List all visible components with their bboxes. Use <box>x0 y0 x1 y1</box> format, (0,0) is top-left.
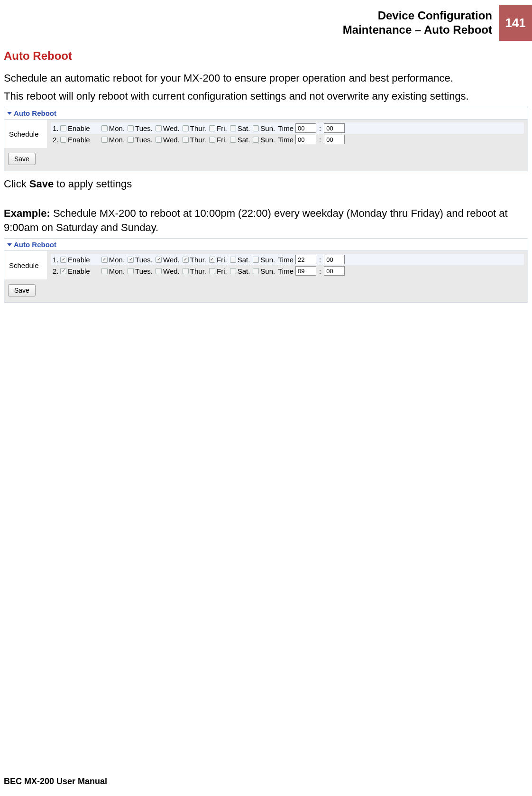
tue-checkbox[interactable] <box>128 257 134 263</box>
fri-label: Fri. <box>217 267 227 275</box>
day-tue: Tues. <box>128 136 153 144</box>
tue-label: Tues. <box>135 256 153 264</box>
sat-checkbox[interactable] <box>230 257 236 263</box>
sat-checkbox[interactable] <box>230 125 236 131</box>
sun-checkbox[interactable] <box>253 268 259 274</box>
day-mon: Mon. <box>101 124 125 132</box>
wed-checkbox[interactable] <box>156 125 162 131</box>
day-wed: Wed. <box>156 267 180 275</box>
sun-label: Sun. <box>260 124 275 132</box>
sun-checkbox[interactable] <box>253 137 259 143</box>
sun-label: Sun. <box>260 267 275 275</box>
fri-checkbox[interactable] <box>209 268 215 274</box>
tue-checkbox[interactable] <box>128 137 134 143</box>
time-colon: : <box>318 124 322 132</box>
day-thu: Thur. <box>183 136 206 144</box>
day-sat: Sat. <box>230 124 250 132</box>
hour-input[interactable] <box>295 266 316 276</box>
header-title: Device Configuration Maintenance – Auto … <box>343 5 499 41</box>
mon-label: Mon. <box>109 267 125 275</box>
hour-input[interactable] <box>295 135 316 144</box>
enable-checkbox[interactable] <box>60 257 66 263</box>
tue-label: Tues. <box>135 267 153 275</box>
row-index: 2. <box>53 136 60 144</box>
wed-checkbox[interactable] <box>156 257 162 263</box>
tue-checkbox[interactable] <box>128 125 134 131</box>
hour-input[interactable] <box>295 123 316 133</box>
mon-checkbox[interactable] <box>101 125 108 131</box>
thu-checkbox[interactable] <box>183 125 189 131</box>
minute-input[interactable] <box>324 135 345 144</box>
save-button[interactable]: Save <box>8 284 36 296</box>
click-save-bold: Save <box>29 178 54 190</box>
thu-checkbox[interactable] <box>183 137 189 143</box>
hour-input[interactable] <box>295 255 316 264</box>
click-save-text: Click Save to apply settings <box>4 177 528 191</box>
enable-checkbox[interactable] <box>60 125 66 131</box>
example-text: Example: Schedule MX-200 to reboot at 10… <box>4 206 528 234</box>
time-group: Time: <box>278 266 345 276</box>
time-label: Time <box>278 267 294 275</box>
day-mon: Mon. <box>101 267 125 275</box>
minute-input[interactable] <box>324 123 345 133</box>
day-sat: Sat. <box>230 136 250 144</box>
enable-checkbox[interactable] <box>60 268 66 274</box>
thu-checkbox[interactable] <box>183 257 189 263</box>
wed-label: Wed. <box>163 136 180 144</box>
day-thu: Thur. <box>183 267 206 275</box>
day-fri: Fri. <box>209 267 227 275</box>
minute-input[interactable] <box>324 266 345 276</box>
wed-label: Wed. <box>163 267 180 275</box>
tue-label: Tues. <box>135 124 153 132</box>
time-group: Time: <box>278 255 345 264</box>
row-index: 2. <box>53 267 60 275</box>
day-sun: Sun. <box>253 256 275 264</box>
schedule-label: Schedule <box>4 251 47 279</box>
time-group: Time: <box>278 135 345 144</box>
sat-checkbox[interactable] <box>230 137 236 143</box>
fri-label: Fri. <box>217 256 227 264</box>
mon-checkbox[interactable] <box>101 268 108 274</box>
fri-checkbox[interactable] <box>209 125 215 131</box>
schedule-row: 1. EnableMon.Tues.Wed.Thur.Fri.Sat.Sun.T… <box>51 254 524 265</box>
day-sun: Sun. <box>253 124 275 132</box>
panel-header[interactable]: Auto Reboot <box>4 107 528 120</box>
enable-label: Enable <box>68 124 90 132</box>
day-fri: Fri. <box>209 124 227 132</box>
sun-checkbox[interactable] <box>253 257 259 263</box>
schedule-label: Schedule <box>4 120 47 148</box>
mon-checkbox[interactable] <box>101 257 108 263</box>
enable-label: Enable <box>68 256 90 264</box>
time-label: Time <box>278 136 294 144</box>
panel-header[interactable]: Auto Reboot <box>4 239 528 251</box>
section-title: Auto Reboot <box>4 49 528 63</box>
day-fri: Fri. <box>209 136 227 144</box>
save-button[interactable]: Save <box>8 153 36 165</box>
fri-checkbox[interactable] <box>209 137 215 143</box>
day-tue: Tues. <box>128 256 153 264</box>
mon-checkbox[interactable] <box>101 137 108 143</box>
wed-checkbox[interactable] <box>156 268 162 274</box>
fri-checkbox[interactable] <box>209 257 215 263</box>
minute-input[interactable] <box>324 255 345 264</box>
mon-label: Mon. <box>109 256 125 264</box>
sat-checkbox[interactable] <box>230 268 236 274</box>
tue-checkbox[interactable] <box>128 268 134 274</box>
thu-label: Thur. <box>190 267 206 275</box>
panel-title: Auto Reboot <box>14 241 56 249</box>
thu-label: Thur. <box>190 136 206 144</box>
wed-checkbox[interactable] <box>156 137 162 143</box>
thu-checkbox[interactable] <box>183 268 189 274</box>
caret-down-icon <box>7 112 12 115</box>
auto-reboot-panel-1: Auto Reboot Schedule 1. EnableMon.Tues.W… <box>4 107 528 171</box>
sun-checkbox[interactable] <box>253 125 259 131</box>
time-label: Time <box>278 256 294 264</box>
enable-checkbox[interactable] <box>60 137 66 143</box>
day-sat: Sat. <box>230 256 250 264</box>
caret-down-icon <box>7 243 12 246</box>
schedule-row: 2. EnableMon.Tues.Wed.Thur.Fri.Sat.Sun.T… <box>51 265 524 277</box>
time-colon: : <box>318 256 322 264</box>
sat-label: Sat. <box>238 136 250 144</box>
sun-label: Sun. <box>260 136 275 144</box>
page-header: Device Configuration Maintenance – Auto … <box>0 0 532 41</box>
